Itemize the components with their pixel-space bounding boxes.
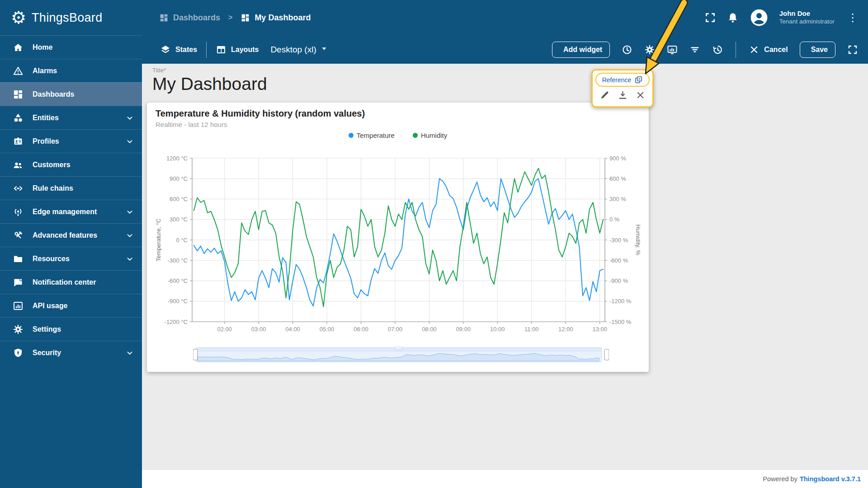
x-axis-tick-label: 04:00 xyxy=(285,326,300,333)
sidebar-item-label: Settings xyxy=(33,325,61,333)
toolbar-left: States Layouts Desktop (xl) xyxy=(160,42,329,58)
x-axis-tick-label: 06:00 xyxy=(354,326,368,333)
states-button[interactable]: States xyxy=(160,44,197,55)
dashboard-title-input[interactable]: My Dashboard xyxy=(152,74,267,94)
copy-reference-icon xyxy=(634,75,643,84)
sidebar-item-profiles[interactable]: Profiles xyxy=(0,129,142,153)
app-logo[interactable]: ⚙ ThingsBoard xyxy=(0,0,142,35)
sidebar-item-rule-chains[interactable]: Rule chains xyxy=(0,176,142,200)
legend-item-humidity[interactable]: Humidity xyxy=(413,131,447,139)
sidebar-item-advanced-features[interactable]: Advanced features xyxy=(0,223,142,247)
sidebar-item-label: Rule chains xyxy=(33,184,73,192)
sidebar-item-label: Edge management xyxy=(33,208,97,216)
sidebar-item-alarms[interactable]: Alarms xyxy=(0,59,142,82)
breadcrumb-separator: > xyxy=(228,14,232,22)
more-menu-icon[interactable]: ⋮ xyxy=(845,11,860,24)
profiles-icon xyxy=(13,136,24,147)
y-left-tick-label: -1200 °C xyxy=(165,319,188,325)
breadcrumb-dashboards[interactable]: Dashboards xyxy=(159,13,220,23)
breadcrumb-label: Dashboards xyxy=(173,13,220,23)
toolbar-divider xyxy=(206,42,207,58)
y-right-tick-label: 300 % xyxy=(609,196,626,202)
sidebar-item-customers[interactable]: Customers xyxy=(0,153,142,176)
breadcrumb-my-dashboard[interactable]: My Dashboard xyxy=(241,13,311,23)
sidebar-item-label: Resources xyxy=(33,255,70,263)
sidebar-item-edge-management[interactable]: Edge management xyxy=(0,200,142,223)
layout-selector[interactable]: Desktop (xl) xyxy=(270,43,329,56)
legend-dot xyxy=(413,133,418,138)
y-right-tick-label: 0 % xyxy=(609,216,620,223)
user-name: John Doe xyxy=(779,9,835,18)
add-widget-label: Add widget xyxy=(563,46,602,54)
settings-icon xyxy=(13,324,24,335)
widget-action-icons xyxy=(593,87,652,100)
layouts-button[interactable]: Layouts xyxy=(216,44,259,55)
dashboards-icon xyxy=(159,13,169,23)
chart-widget[interactable]: Temperature & Humidity history (random v… xyxy=(147,103,649,372)
toolbar-right: Add widget Cancel Save xyxy=(552,42,868,58)
entities-icon xyxy=(13,113,24,123)
slider-handle-left[interactable] xyxy=(193,349,198,360)
chevron-down-icon xyxy=(125,254,135,264)
legend-item-temperature[interactable]: Temperature xyxy=(349,131,395,139)
cancel-button[interactable]: Cancel xyxy=(749,44,788,55)
layout-selector-value: Desktop (xl) xyxy=(270,45,316,55)
cancel-label: Cancel xyxy=(764,46,788,54)
sidebar-item-dashboards[interactable]: Dashboards xyxy=(0,82,142,106)
filters-icon[interactable] xyxy=(689,44,700,55)
y-left-tick-label: -600 °C xyxy=(168,277,188,284)
version-control-icon[interactable] xyxy=(712,44,723,55)
security-icon xyxy=(13,347,24,358)
sidebar-item-label: Advanced features xyxy=(33,231,97,239)
slider-handle-right[interactable] xyxy=(604,349,609,360)
fullscreen-icon[interactable] xyxy=(704,12,716,23)
sidebar-item-security[interactable]: Security xyxy=(0,341,142,364)
y-left-tick-label: 300 °C xyxy=(170,216,188,223)
dashboard-title-field[interactable]: Title* My Dashboard xyxy=(152,67,267,94)
edit-toolbar: States Layouts Desktop (xl) Add widget xyxy=(142,35,868,64)
resources-icon xyxy=(13,253,24,264)
powered-by-text: Powered by xyxy=(763,475,797,483)
slider-grip[interactable] xyxy=(395,347,402,350)
home-icon xyxy=(13,42,24,53)
states-label: States xyxy=(175,46,197,54)
legend-dot xyxy=(349,133,354,138)
sidebar-item-label: Dashboards xyxy=(33,90,74,99)
notifications-icon[interactable] xyxy=(727,12,739,23)
edge-management-icon xyxy=(13,206,24,217)
time-range-slider[interactable] xyxy=(193,347,609,364)
time-window-icon[interactable] xyxy=(622,44,632,55)
save-button[interactable]: Save xyxy=(800,42,835,58)
add-widget-button[interactable]: Add widget xyxy=(552,42,610,58)
user-menu[interactable]: John Doe Tenant administrator xyxy=(779,9,835,26)
sidebar-item-resources[interactable]: Resources xyxy=(0,247,142,270)
sidebar-item-label: Home xyxy=(33,43,52,52)
y-left-tick-label: -900 °C xyxy=(168,298,188,305)
avatar[interactable] xyxy=(750,8,769,27)
edit-icon[interactable] xyxy=(599,90,610,100)
thingsboard-version-link[interactable]: Thingsboard v.3.7.1 xyxy=(800,475,861,483)
sidebar-item-entities[interactable]: Entities xyxy=(0,106,142,129)
dashboard-settings-icon[interactable] xyxy=(644,44,655,55)
sidebar-item-settings[interactable]: Settings xyxy=(0,317,142,341)
sidebar-item-api-usage[interactable]: API usage xyxy=(0,294,142,317)
reference-button[interactable]: Reference xyxy=(595,73,650,87)
breadcrumb: Dashboards > My Dashboard xyxy=(159,13,311,23)
y-right-tick-label: -1500 % xyxy=(609,319,632,325)
fullscreen-icon[interactable] xyxy=(847,44,858,55)
toolbar-divider xyxy=(736,42,736,58)
widget-subtitle: Realtime - last 12 hours xyxy=(156,121,227,128)
close-icon[interactable] xyxy=(635,90,646,100)
x-axis-tick-label: 03:00 xyxy=(251,326,266,333)
y-right-tick-label: -900 % xyxy=(609,277,628,284)
x-axis-tick-label: 09:00 xyxy=(456,326,471,333)
advanced-features-icon xyxy=(13,230,24,241)
y-left-tick-label: 1200 °C xyxy=(166,155,188,162)
sidebar-item-notification-center[interactable]: Notification center xyxy=(0,270,142,294)
sidebar-item-home[interactable]: Home xyxy=(0,35,142,59)
series-line-humidity xyxy=(194,169,603,307)
entity-aliases-icon[interactable] xyxy=(667,44,678,55)
chevron-down-icon xyxy=(125,207,135,217)
download-icon[interactable] xyxy=(618,90,628,100)
footer: Powered by Thingsboard v.3.7.1 xyxy=(142,470,868,488)
